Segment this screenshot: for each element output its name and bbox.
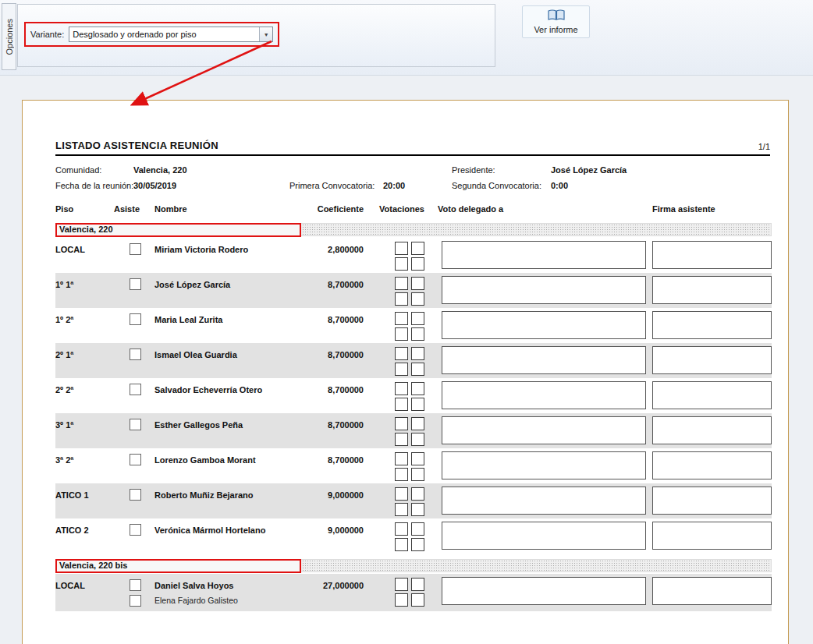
votacion-checkbox[interactable] <box>411 578 424 591</box>
votacion-checkbox[interactable] <box>395 363 408 376</box>
votacion-checkbox[interactable] <box>395 452 408 465</box>
coeficiente-cell: 2,800000 <box>270 245 364 254</box>
votacion-checkbox[interactable] <box>411 257 424 271</box>
coeficiente-cell: 9,000000 <box>270 490 364 500</box>
votacion-checkbox[interactable] <box>411 487 424 501</box>
votacion-checkbox[interactable] <box>395 382 408 395</box>
nombre-text: José López García <box>154 280 230 289</box>
voto-delegado-box[interactable] <box>442 416 646 444</box>
options-vertical-tab[interactable]: Opciones <box>2 3 16 70</box>
asiste-checkbox[interactable] <box>130 313 141 325</box>
votacion-checkbox[interactable] <box>411 382 424 395</box>
votacion-checkbox[interactable] <box>395 327 408 341</box>
votacion-checkbox[interactable] <box>411 417 424 430</box>
votacion-checkbox[interactable] <box>411 242 424 255</box>
firma-box[interactable] <box>652 451 772 479</box>
votacion-checkbox[interactable] <box>411 593 424 607</box>
piso-cell: ATICO 1 <box>55 490 89 500</box>
voto-delegado-box[interactable] <box>442 522 646 550</box>
info-row-1: Comunidad: Valencia, 220 Presidente: Jos… <box>55 164 770 179</box>
segunda-value: 0:00 <box>551 181 568 190</box>
asiste-checkbox[interactable] <box>130 524 141 536</box>
votacion-checkbox[interactable] <box>411 277 424 290</box>
group-header-band: Valencia, 220 bis <box>55 559 772 572</box>
coeficiente-cell: 8,700000 <box>270 420 364 430</box>
variante-dropdown[interactable]: Desglosado y ordenado por piso ▼ <box>69 27 273 42</box>
asiste-checkbox-second[interactable] <box>130 595 141 607</box>
votacion-checkbox[interactable] <box>395 593 408 607</box>
nombre-text: Lorenzo Gamboa Morant <box>154 455 256 465</box>
voto-delegado-box[interactable] <box>442 487 646 515</box>
asiste-checkbox[interactable] <box>130 349 141 360</box>
votacion-checkbox[interactable] <box>395 417 408 430</box>
asiste-checkbox[interactable] <box>130 579 141 591</box>
votacion-checkbox[interactable] <box>411 363 424 376</box>
votacion-checkbox[interactable] <box>411 452 424 465</box>
nombre-text: Roberto Muñiz Bejarano <box>154 490 254 500</box>
votacion-checkbox[interactable] <box>395 277 408 290</box>
voto-delegado-box[interactable] <box>442 276 646 304</box>
asiste-checkbox[interactable] <box>130 243 141 255</box>
asiste-checkbox[interactable] <box>130 278 141 290</box>
votacion-checkbox[interactable] <box>395 433 408 446</box>
nombre-text: Miriam Victoria Rodero <box>154 245 248 254</box>
firma-box[interactable] <box>652 522 772 550</box>
votacion-checkbox[interactable] <box>411 522 424 536</box>
firma-box[interactable] <box>652 381 772 409</box>
title-divider <box>55 154 770 156</box>
votacion-checkbox[interactable] <box>411 292 424 306</box>
coeficiente-cell: 8,700000 <box>270 350 364 359</box>
piso-cell: 1º 1ª <box>55 280 73 289</box>
voto-delegado-box[interactable] <box>442 346 646 374</box>
votacion-checkbox[interactable] <box>395 257 408 271</box>
votacion-checkbox[interactable] <box>411 327 424 341</box>
voto-delegado-box[interactable] <box>442 577 646 605</box>
votacion-checkbox[interactable] <box>411 312 424 325</box>
votacion-checkbox[interactable] <box>395 487 408 501</box>
votacion-checkbox[interactable] <box>395 522 408 536</box>
votacion-checkbox[interactable] <box>395 242 408 255</box>
firma-box[interactable] <box>652 416 772 444</box>
votacion-checkbox[interactable] <box>411 398 424 411</box>
asiste-cell <box>130 384 141 395</box>
votacion-checkbox[interactable] <box>395 503 408 516</box>
firma-box[interactable] <box>652 577 772 605</box>
piso-cell: 3ª 2ª <box>55 455 73 465</box>
votacion-checkbox[interactable] <box>411 538 424 551</box>
firma-box[interactable] <box>652 311 772 339</box>
chevron-down-icon[interactable]: ▼ <box>259 27 272 41</box>
asiste-checkbox[interactable] <box>130 419 141 430</box>
votaciones-grid <box>395 382 424 411</box>
asiste-cell <box>130 349 141 360</box>
voto-delegado-box[interactable] <box>442 241 646 269</box>
votacion-checkbox[interactable] <box>411 433 424 446</box>
column-header-nombre: Nombre <box>154 204 187 214</box>
asiste-cell <box>130 524 141 536</box>
votacion-checkbox[interactable] <box>395 578 408 591</box>
firma-box[interactable] <box>652 346 772 374</box>
asiste-checkbox[interactable] <box>130 454 141 465</box>
votacion-checkbox[interactable] <box>395 538 408 551</box>
votaciones-grid <box>395 277 424 306</box>
votacion-checkbox[interactable] <box>395 292 408 306</box>
firma-box[interactable] <box>652 276 772 304</box>
voto-delegado-box[interactable] <box>442 381 646 409</box>
votacion-checkbox[interactable] <box>395 398 408 411</box>
votacion-checkbox[interactable] <box>395 312 408 325</box>
votacion-checkbox[interactable] <box>395 468 408 481</box>
ver-informe-button[interactable]: Ver informe <box>522 5 590 38</box>
presidente-label: Presidente: <box>452 165 495 175</box>
votacion-checkbox[interactable] <box>411 503 424 516</box>
group-header-band: Valencia, 220 <box>55 223 772 236</box>
voto-delegado-box[interactable] <box>442 311 646 339</box>
asiste-checkbox[interactable] <box>130 384 141 395</box>
votacion-checkbox[interactable] <box>395 347 408 360</box>
asiste-checkbox[interactable] <box>130 489 141 501</box>
votacion-checkbox[interactable] <box>411 347 424 360</box>
asiste-cell <box>130 278 141 290</box>
firma-box[interactable] <box>652 487 772 515</box>
firma-box[interactable] <box>652 241 772 269</box>
votacion-checkbox[interactable] <box>411 468 424 481</box>
voto-delegado-box[interactable] <box>442 451 646 479</box>
report-title-row: LISTADO ASISTENCIA REUNIÓN 1/1 <box>55 140 770 151</box>
